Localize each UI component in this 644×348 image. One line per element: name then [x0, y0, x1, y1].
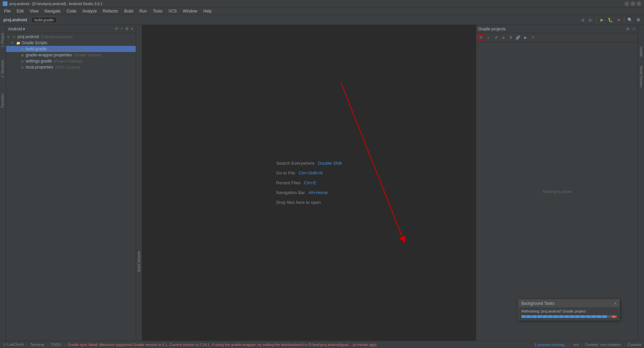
toolbar-run-button[interactable]: ▶	[598, 16, 606, 24]
toolbar-back-button[interactable]: ◁	[578, 16, 586, 24]
settings-gradle-icon: ⊙	[20, 59, 25, 63]
toolbar-debug-button[interactable]: 🐛	[607, 16, 614, 24]
menu-build[interactable]: Build	[122, 8, 136, 14]
tree-arrow-gradle: ▾	[11, 41, 15, 45]
background-tasks-header: Background Tasks ×	[519, 300, 619, 307]
toolbar-stop-button[interactable]: ■	[615, 16, 622, 24]
tree-arrow-root: ▾	[7, 35, 11, 38]
left-panel-labels: 1: Project 2: Structure Favorites	[0, 25, 6, 341]
toolbar-search-button[interactable]: 🔍	[626, 16, 634, 24]
gradle-toolbar: ⟳ + ↺ ⇊ ⇅ 🔗 ▶ ?	[476, 33, 638, 43]
close-button[interactable]: ×	[637, 1, 641, 6]
tree-item-gradle-scripts[interactable]: ▾ 📁 Gradle Scripts	[6, 40, 136, 46]
gradle-refresh-highlighted-button[interactable]: ⟳	[478, 34, 484, 41]
redis-servers-label[interactable]: Redis Servers	[639, 65, 644, 89]
menu-navigate[interactable]: Navigate	[42, 8, 63, 14]
menu-tools[interactable]: Tools	[150, 8, 165, 14]
gradle-add-button[interactable]: +	[485, 34, 492, 41]
recent-files-key[interactable]: Ctrl+E	[304, 180, 316, 185]
toolbar-forward-button[interactable]: ▷	[587, 16, 594, 24]
settings-gradle-meta: (Project Settings)	[53, 59, 82, 63]
go-to-file-key[interactable]: Ctrl+Shift+N	[299, 170, 323, 176]
shortcut-row-drop: Drop files here to open	[276, 200, 321, 205]
progress-bar-container: ×	[521, 315, 617, 318]
tree-root-path: D:\test\proj.android	[40, 35, 72, 39]
menu-code[interactable]: Code	[64, 8, 79, 14]
build-variants-label[interactable]: Build Variants	[136, 250, 141, 273]
recent-files-label: Recent Files	[276, 180, 301, 185]
search-everywhere-label: Search Everywhere	[276, 161, 314, 166]
local-properties-icon: ⊙	[20, 65, 25, 70]
shortcut-row-navbar: Navigation Bar Alt+Home	[276, 190, 328, 195]
todo-tab[interactable]: TODO	[51, 343, 61, 347]
menu-window[interactable]: Window	[180, 8, 200, 14]
gradle-reload-button[interactable]: ↺	[492, 34, 499, 41]
status-sep-2: |	[47, 343, 48, 347]
toolbar-separator-3	[624, 17, 624, 23]
menu-refactor[interactable]: Refactor	[100, 8, 121, 14]
shortcut-row-search: Search Everywhere Double Shift	[276, 161, 342, 166]
local-properties-meta: (SDK Location)	[54, 65, 80, 69]
maximize-button[interactable]: □	[630, 1, 635, 6]
gradle-settings-icon[interactable]: ⚙	[625, 26, 630, 31]
progress-cancel-button[interactable]: ×	[611, 315, 617, 318]
title-bar: proj.android - [D:\test\proj.android] - …	[0, 0, 644, 7]
gradle-collapse-button[interactable]: ⇊	[500, 34, 507, 41]
nav-bar-key[interactable]: Alt+Home	[308, 190, 328, 195]
collapse-icon[interactable]: ≡	[130, 26, 134, 31]
gradle-scripts-icon: 📁	[16, 41, 21, 45]
background-tasks-close-button[interactable]: ×	[614, 301, 617, 306]
tree-item-root[interactable]: ▾ □ proj.android D:\test\proj.android	[6, 34, 136, 40]
menu-run[interactable]: Run	[137, 8, 150, 14]
gradle-wrapper-icon: ⊙	[20, 53, 25, 57]
tree-item-local-properties[interactable]: ⊙ local.properties (SDK Location)	[6, 64, 136, 70]
console-tab[interactable]: Console	[628, 343, 641, 347]
tree-item-settings-gradle[interactable]: ⊙ settings.gradle (Project Settings)	[6, 58, 136, 64]
menu-help[interactable]: Help	[201, 8, 214, 14]
add-icon[interactable]: +	[120, 26, 123, 31]
progress-bar-fill	[521, 315, 607, 318]
menu-analyze[interactable]: Analyze	[80, 8, 100, 14]
project-name-label: proj.android	[3, 18, 27, 22]
structure-panel-label[interactable]: 2: Structure	[0, 59, 5, 79]
toolbar-settings-button[interactable]: ⚙	[635, 16, 642, 24]
menu-vcs[interactable]: VCS	[166, 8, 180, 14]
menu-view[interactable]: View	[27, 8, 41, 14]
file-tab[interactable]: build.gradle	[31, 17, 57, 23]
shortcut-row-gotofile: Go to File Ctrl+Shift+N	[276, 170, 323, 176]
gradle-help-button[interactable]: ?	[530, 34, 536, 41]
gradle-wrapper-name: gradle-wrapper.properties	[26, 53, 72, 57]
menu-file[interactable]: File	[1, 8, 13, 14]
status-sep-3: |	[64, 343, 65, 347]
project-panel-label[interactable]: 1: Project	[0, 32, 5, 49]
dropdown-arrow-icon: ▾	[23, 27, 25, 31]
terminal-tab[interactable]: Terminal	[30, 343, 44, 347]
gradle-wrapper-meta: (Gradle Version)	[73, 53, 101, 57]
gradle-link-button[interactable]: 🔗	[515, 34, 521, 41]
favorites-label[interactable]: Favorites	[0, 92, 5, 109]
luacheck-tab[interactable]: ⚠ LuaCheck	[3, 342, 24, 347]
build-gradle-meta: (Project: proj.android)	[48, 47, 84, 51]
gradle-expand-button[interactable]: ⇅	[507, 34, 514, 41]
search-everywhere-key[interactable]: Double Shift	[318, 161, 342, 166]
settings-icon[interactable]: ⚙	[125, 26, 129, 31]
tree-item-gradle-wrapper[interactable]: ⊙ gradle-wrapper.properties (Gradle Vers…	[6, 52, 136, 58]
na-label: n/a	[573, 343, 578, 347]
project-header-actions: ⟳ + ⚙ ≡	[114, 26, 134, 31]
gradle-right-label[interactable]: Gradle	[639, 45, 644, 58]
build-gradle-name: build.gradle	[26, 47, 47, 51]
tree-gradle-scripts-name: Gradle Scripts	[22, 41, 47, 45]
process-running-label[interactable]: 1 process running...	[535, 343, 567, 347]
minimize-button[interactable]: _	[624, 1, 629, 6]
gradle-run-button[interactable]: ▶	[522, 34, 529, 41]
sync-icon[interactable]: ⟳	[114, 26, 119, 31]
nothing-to-show-label: Nothing to show	[542, 189, 571, 194]
tree-item-build-gradle[interactable]: ⊙ build.gradle (Project: proj.android)	[6, 46, 136, 52]
project-tree: ▾ □ proj.android D:\test\proj.android ▾ …	[6, 33, 136, 341]
menu-edit[interactable]: Edit	[14, 8, 26, 14]
status-bar: ⚠ LuaCheck | Terminal | TODO | Gradle sy…	[0, 341, 644, 348]
gradle-expand-icon[interactable]: ⤢	[632, 26, 636, 31]
project-header: Android ▾ ⟳ + ⚙ ≡	[6, 25, 136, 33]
project-view-dropdown[interactable]: Android ▾	[8, 27, 25, 31]
build-gradle-icon: ⊙	[20, 47, 25, 51]
